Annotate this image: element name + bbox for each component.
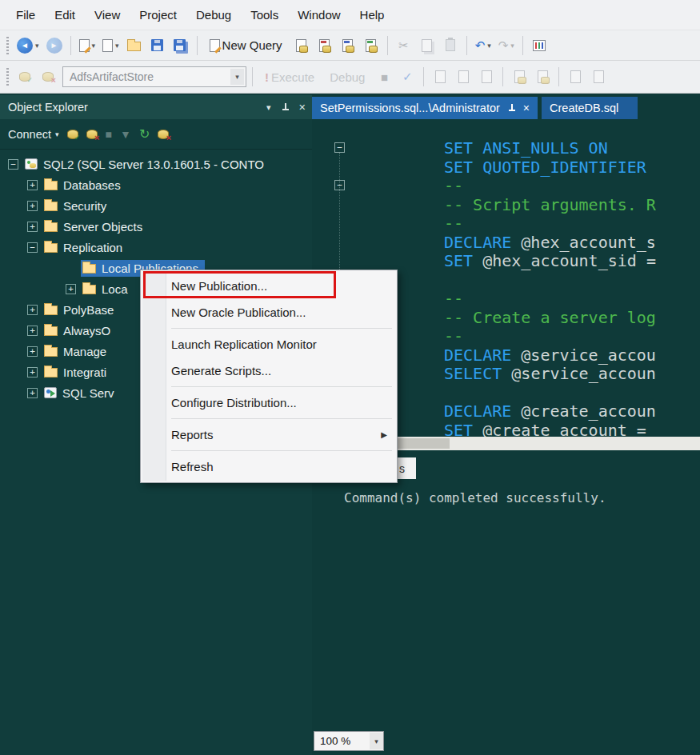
tab-setpermissions[interactable]: SetPermissions.sql...\Administrator ×: [312, 97, 538, 119]
chevron-down-icon[interactable]: ▾: [510, 42, 514, 50]
estimated-plan-button[interactable]: [430, 66, 450, 88]
change-connection-button[interactable]: [38, 66, 58, 88]
available-databases-button[interactable]: [14, 66, 35, 88]
tree-item-content[interactable]: Databases: [42, 177, 127, 194]
tab-messages[interactable]: s: [399, 462, 405, 475]
query-options-button[interactable]: [453, 66, 474, 88]
tree-item-content[interactable]: Server Objects: [42, 218, 149, 235]
cancel-query-button[interactable]: ■: [374, 66, 394, 88]
expander-plus-icon[interactable]: +: [27, 201, 38, 211]
menu-debug[interactable]: Debug: [186, 0, 241, 30]
expander-plus-icon[interactable]: +: [27, 367, 38, 378]
expander-plus-icon[interactable]: +: [27, 180, 38, 190]
tree-item-databases[interactable]: +Databases: [0, 174, 312, 195]
new-query-dropdown-button[interactable]: ▾: [77, 34, 98, 57]
open-file-button[interactable]: [124, 34, 145, 57]
navigate-back-button[interactable]: ◄ ▾: [14, 34, 42, 57]
chevron-down-icon[interactable]: ▾: [230, 69, 244, 85]
pin-icon[interactable]: [281, 103, 290, 112]
menu-window[interactable]: Window: [288, 0, 350, 30]
tree-item-content[interactable]: AlwaysO: [42, 322, 117, 339]
tree-item-content[interactable]: Manage: [42, 343, 113, 360]
disconnect-icon[interactable]: [158, 130, 169, 139]
redo-button[interactable]: ↷ ▾: [496, 34, 517, 57]
expander-plus-icon[interactable]: +: [27, 222, 38, 232]
tree-item-content[interactable]: PolyBase: [42, 302, 120, 318]
menu-edit[interactable]: Edit: [45, 0, 85, 30]
chevron-down-icon[interactable]: ▾: [35, 42, 39, 50]
menu-file[interactable]: File: [6, 0, 45, 30]
filter-icon[interactable]: ▼: [120, 128, 131, 141]
save-button[interactable]: [147, 34, 168, 57]
debug-button[interactable]: Debug: [323, 66, 371, 88]
toolbar-grip[interactable]: [6, 68, 9, 86]
stop-icon[interactable]: ■: [106, 128, 112, 141]
toolbar-grip[interactable]: [6, 37, 9, 54]
expander-plus-icon[interactable]: +: [27, 388, 38, 398]
menu-help[interactable]: Help: [350, 0, 394, 30]
navigate-forward-button[interactable]: ►: [44, 34, 65, 57]
pin-icon[interactable]: [507, 104, 516, 113]
paste-button[interactable]: [440, 34, 461, 57]
undo-button[interactable]: ↶ ▾: [473, 34, 494, 57]
dmx-query-button[interactable]: [338, 34, 358, 57]
indent-button[interactable]: [588, 66, 609, 88]
expander-plus-icon[interactable]: +: [27, 346, 38, 357]
menuitem-launch-replication-monitor[interactable]: Launch Replication Monitor: [142, 331, 395, 358]
execute-button[interactable]: ! Execute: [258, 66, 321, 88]
available-databases-combo[interactable]: AdfsArtifactStore ▾: [62, 66, 246, 87]
menu-tools[interactable]: Tools: [241, 0, 288, 30]
close-icon[interactable]: ×: [299, 101, 306, 114]
cut-button[interactable]: ✂: [394, 34, 414, 57]
menuitem-new-oracle-publication[interactable]: New Oracle Publication...: [142, 299, 395, 326]
menuitem-refresh[interactable]: Refresh: [142, 453, 395, 480]
tree-item-content[interactable]: SQL Serv: [42, 385, 120, 401]
fold-collapse-icon[interactable]: −: [334, 142, 345, 153]
tree-item-sql2-sql-server-13-0-1601-5-conto[interactable]: −SQL2 (SQL Server 13.0.1601.5 - CONTO: [0, 154, 312, 174]
new-query-button[interactable]: New Query: [203, 34, 289, 57]
menuitem-reports[interactable]: Reports▶: [142, 421, 395, 448]
parse-button[interactable]: ✓: [397, 66, 418, 88]
expander-minus-icon[interactable]: −: [27, 242, 38, 253]
chevron-down-icon[interactable]: ▾: [92, 42, 96, 50]
tree-item-content[interactable]: SQL2 (SQL Server 13.0.1601.5 - CONTO: [23, 156, 270, 173]
tree-item-content[interactable]: Security: [42, 198, 113, 214]
tree-item-server-objects[interactable]: +Server Objects: [0, 216, 312, 237]
disconnect-server-icon[interactable]: [86, 130, 98, 139]
expander-minus-icon[interactable]: −: [8, 159, 18, 170]
menu-project[interactable]: Project: [130, 0, 186, 30]
tree-item-content[interactable]: Replication: [42, 239, 129, 256]
close-icon[interactable]: ×: [523, 102, 530, 114]
window-position-icon[interactable]: ▾: [266, 102, 271, 113]
chevron-down-icon[interactable]: ▾: [370, 733, 383, 749]
expander-plus-icon[interactable]: +: [27, 326, 38, 336]
copy-button[interactable]: [417, 34, 438, 57]
connect-button[interactable]: Connect ▾: [8, 128, 59, 141]
tree-item-replication[interactable]: −Replication: [0, 237, 312, 258]
menu-view[interactable]: View: [85, 0, 130, 30]
database-engine-query-button[interactable]: [291, 34, 312, 57]
tree-item-content[interactable]: Loca: [81, 281, 134, 298]
connect-server-icon[interactable]: [67, 130, 78, 139]
results-to-grid-button[interactable]: [509, 66, 530, 88]
menuitem-configure-distribution[interactable]: Configure Distribution...: [142, 389, 395, 416]
tab-createdb[interactable]: CreateDB.sql: [542, 97, 638, 119]
comment-button[interactable]: [565, 66, 586, 88]
zoom-combobox[interactable]: 100 % ▾: [314, 731, 384, 751]
new-project-button[interactable]: ▾: [100, 34, 122, 57]
xmla-query-button[interactable]: [361, 34, 382, 57]
activity-monitor-button[interactable]: [529, 34, 550, 57]
tree-item-content[interactable]: Integrati: [42, 364, 113, 381]
menuitem-new-publication[interactable]: New Publication...: [142, 273, 395, 299]
chevron-down-icon[interactable]: ▾: [487, 42, 491, 50]
results-to-text-button[interactable]: [476, 66, 497, 88]
menuitem-generate-scripts[interactable]: Generate Scripts...: [142, 358, 395, 384]
refresh-icon[interactable]: ↻: [139, 126, 150, 142]
tree-item-security[interactable]: +Security: [0, 195, 312, 216]
save-all-button[interactable]: [170, 34, 191, 57]
expander-plus-icon[interactable]: +: [27, 305, 38, 315]
expander-plus-icon[interactable]: +: [66, 284, 76, 294]
results-to-file-button[interactable]: [532, 66, 553, 88]
chevron-down-icon[interactable]: ▾: [115, 42, 119, 50]
mdx-query-button[interactable]: [314, 34, 335, 57]
